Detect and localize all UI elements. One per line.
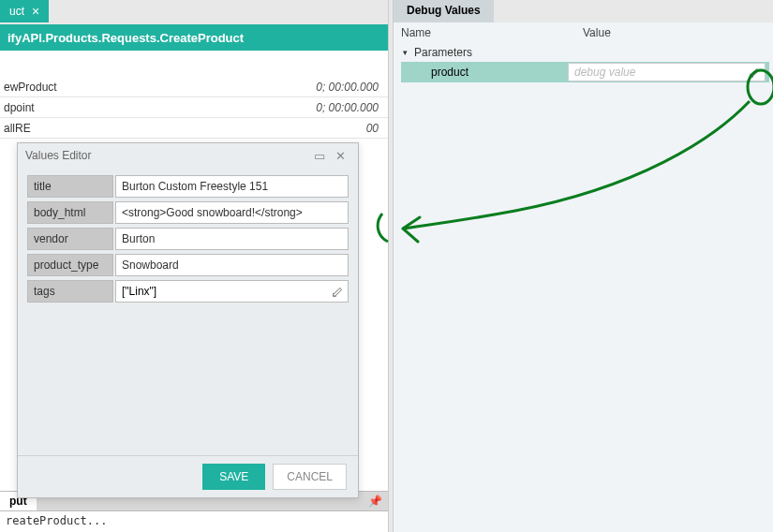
save-button[interactable]: SAVE — [202, 464, 265, 490]
vendor-input[interactable] — [115, 228, 349, 250]
field-row: title — [27, 175, 349, 198]
field-label: title — [27, 175, 113, 198]
grid-row[interactable]: ewProduct 0; 00:00.000 — [0, 77, 388, 97]
grid-name: dpoint — [0, 101, 275, 114]
field-label: vendor — [27, 228, 113, 250]
values-editor-dialog: Values Editor ▭ ✕ title body_html vendor… — [17, 142, 359, 498]
debug-values-panel: Debug Values Name Value ▾ Parameters pro… — [394, 0, 773, 532]
maximize-icon[interactable]: ▭ — [309, 149, 330, 163]
tree-group[interactable]: ▾ Parameters — [397, 43, 769, 62]
grid-time: 0; 00:00.000 — [275, 81, 388, 94]
editor-tab[interactable]: uct × — [0, 0, 49, 22]
debug-tree: ▾ Parameters product — [394, 41, 773, 84]
chevron-down-icon[interactable]: ▾ — [403, 48, 414, 57]
tree-group-label: Parameters — [414, 46, 472, 59]
parameter-name: product — [401, 66, 568, 79]
debug-values-tab[interactable]: Debug Values — [394, 0, 494, 22]
column-name: Name — [401, 26, 583, 39]
editor-tab-bar: uct × — [0, 0, 388, 22]
dialog-body: title body_html vendor product_type tags — [18, 168, 358, 455]
field-row: product_type — [27, 254, 349, 276]
edit-icon[interactable] — [329, 283, 348, 300]
close-icon[interactable]: ✕ — [330, 149, 350, 163]
debug-tab-bar: Debug Values — [394, 0, 773, 22]
field-row: vendor — [27, 228, 349, 250]
pin-icon[interactable]: 📌 — [368, 495, 382, 508]
edit-icon[interactable] — [746, 64, 765, 81]
debug-value-input[interactable] — [569, 64, 746, 81]
parameter-row[interactable]: product — [401, 62, 769, 82]
field-row: body_html — [27, 201, 349, 224]
grid-time: 00 — [275, 122, 388, 135]
cancel-button[interactable]: CANCEL — [273, 464, 347, 490]
execution-grid: ewProduct 0; 00:00.000 dpoint 0; 00:00.0… — [0, 77, 388, 139]
field-label: tags — [27, 280, 113, 303]
grid-row[interactable]: allRE 00 — [0, 118, 388, 139]
product-type-input[interactable] — [115, 254, 349, 276]
tags-input[interactable] — [116, 281, 329, 302]
close-icon[interactable]: × — [32, 4, 39, 19]
breadcrumb: ifyAPI.Products.Requests.CreateProduct — [0, 22, 388, 51]
grid-name: allRE — [0, 122, 275, 135]
parameter-value — [568, 63, 766, 81]
field-label: product_type — [27, 254, 113, 276]
dialog-footer: SAVE CANCEL — [18, 455, 358, 497]
debug-columns-header: Name Value — [394, 22, 773, 41]
column-value: Value — [583, 26, 766, 39]
grid-name: ewProduct — [0, 81, 275, 94]
dialog-title: Values Editor — [25, 149, 309, 162]
grid-time: 0; 00:00.000 — [275, 101, 388, 114]
field-row: tags — [27, 280, 349, 303]
body-html-input[interactable] — [115, 201, 349, 224]
output-text: reateProduct... — [0, 511, 388, 532]
title-input[interactable] — [115, 175, 349, 198]
tab-label: uct — [9, 5, 24, 18]
dialog-titlebar[interactable]: Values Editor ▭ ✕ — [18, 143, 358, 168]
field-label: body_html — [27, 201, 113, 224]
grid-row[interactable]: dpoint 0; 00:00.000 — [0, 97, 388, 118]
